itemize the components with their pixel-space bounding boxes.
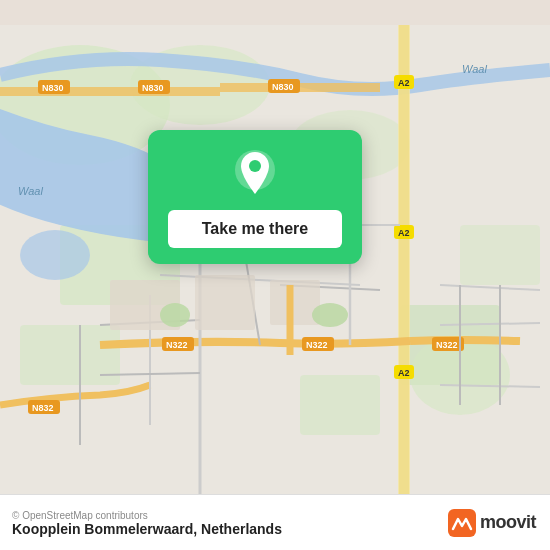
svg-text:Waal: Waal [462, 63, 487, 75]
svg-point-57 [312, 303, 348, 327]
svg-rect-54 [270, 280, 320, 325]
map-svg: Waal Waal A2 A2 A2 N830 N830 N830 N322 N… [0, 0, 550, 550]
svg-point-60 [249, 160, 261, 172]
svg-rect-21 [0, 87, 220, 96]
svg-rect-7 [300, 375, 380, 435]
bottom-left: © OpenStreetMap contributors Koopplein B… [12, 508, 282, 537]
map-container: Waal Waal A2 A2 A2 N830 N830 N830 N322 N… [0, 0, 550, 550]
moovit-logo: moovit [448, 509, 536, 537]
svg-text:A2: A2 [398, 368, 410, 378]
moovit-logo-icon [448, 509, 476, 537]
svg-text:Waal: Waal [18, 185, 43, 197]
svg-text:N830: N830 [272, 82, 294, 92]
svg-text:A2: A2 [398, 78, 410, 88]
svg-text:N832: N832 [32, 403, 54, 413]
take-me-there-button[interactable]: Take me there [168, 210, 342, 248]
bottom-bar: © OpenStreetMap contributors Koopplein B… [0, 494, 550, 550]
svg-text:N322: N322 [306, 340, 328, 350]
svg-rect-9 [460, 225, 540, 285]
svg-text:N830: N830 [142, 83, 164, 93]
copyright-text: © OpenStreetMap contributors [12, 510, 282, 521]
svg-text:A2: A2 [398, 228, 410, 238]
svg-rect-6 [20, 325, 120, 385]
svg-text:N830: N830 [42, 83, 64, 93]
location-name: Koopplein Bommelerwaard, Netherlands [12, 521, 282, 537]
svg-point-55 [20, 230, 90, 280]
svg-point-56 [160, 303, 190, 327]
svg-rect-14 [399, 25, 409, 525]
location-card: Take me there [148, 130, 362, 264]
svg-rect-61 [448, 509, 476, 537]
svg-text:N322: N322 [436, 340, 458, 350]
pin-icon [229, 148, 281, 200]
svg-text:N322: N322 [166, 340, 188, 350]
moovit-logo-text: moovit [480, 512, 536, 533]
svg-rect-53 [195, 275, 255, 330]
